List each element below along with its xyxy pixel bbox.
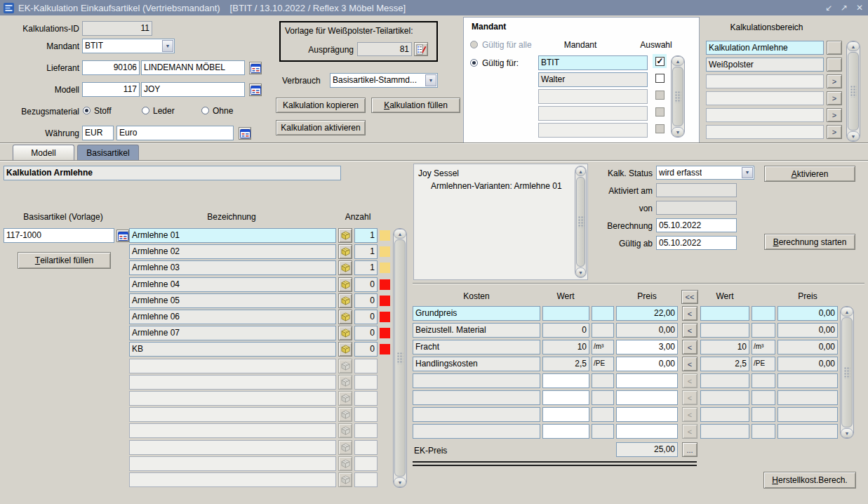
basisartikel-lookup-button[interactable] xyxy=(116,230,129,242)
transfer-row-button[interactable]: < xyxy=(682,306,697,321)
anzahl-field[interactable]: 1 xyxy=(354,244,378,259)
wert-unit-cell[interactable] xyxy=(592,306,614,321)
scroll-down-button[interactable]: ▼ xyxy=(841,428,853,438)
scroll-up-button[interactable]: ▲ xyxy=(575,166,586,176)
scroll-thumb[interactable] xyxy=(672,67,683,126)
wert2-unit-cell[interactable] xyxy=(752,390,775,405)
title-bar[interactable]: EK-Kalkulation Einkaufsartikel (Vertrieb… xyxy=(0,0,868,15)
modell-lookup-button[interactable] xyxy=(249,84,262,96)
wert2-cell[interactable] xyxy=(700,407,749,422)
kosten-cell[interactable]: Fracht xyxy=(413,340,540,354)
mandant-radio-fuer[interactable] xyxy=(470,59,478,67)
mandant-row-field[interactable]: BTIT xyxy=(538,55,648,70)
preis-cell[interactable] xyxy=(616,407,678,422)
wert-cell[interactable]: 2,5 xyxy=(542,357,589,371)
preis-cell[interactable]: 3,00 xyxy=(616,340,678,354)
kalkulationsbereich-row-field[interactable]: Weißpolster xyxy=(706,58,824,72)
wert-unit-cell[interactable] xyxy=(592,373,614,388)
teilartikel-package-button[interactable] xyxy=(338,310,352,324)
preis-cell[interactable]: 0,00 xyxy=(616,323,678,338)
wert2-cell[interactable] xyxy=(700,424,749,439)
transfer-row-button[interactable]: < xyxy=(682,340,697,354)
wert-cell[interactable] xyxy=(542,306,589,321)
bezeichnung-field[interactable]: KB xyxy=(129,342,336,357)
preis2-cell[interactable]: 0,00 xyxy=(777,306,838,321)
bezeichnung-field[interactable]: Armlehne 01 xyxy=(129,228,336,243)
scroll-thumb[interactable] xyxy=(841,317,853,427)
wert-unit-cell[interactable]: /PE xyxy=(592,357,614,371)
scroll-thumb[interactable] xyxy=(394,239,406,477)
lieferant-lookup-button[interactable] xyxy=(249,62,262,74)
wert2-cell[interactable] xyxy=(700,306,749,321)
wert2-unit-cell[interactable] xyxy=(752,424,775,439)
anzahl-field[interactable]: 1 xyxy=(354,260,378,275)
kalkulation-kopieren-button[interactable]: Kalkulation kopieren xyxy=(276,98,366,113)
close-icon[interactable]: ✕ xyxy=(855,3,864,13)
bezugsmaterial-radio-leder[interactable] xyxy=(142,107,149,114)
scroll-down-button[interactable]: ▼ xyxy=(672,127,684,137)
kalkulationsbereich-row-button[interactable]: > xyxy=(827,125,842,139)
chevron-down-icon[interactable]: ▼ xyxy=(425,74,436,86)
herstellkost-berech-button[interactable]: Herstellkost.Berech. xyxy=(763,472,856,489)
restore-icon[interactable]: ↗ xyxy=(839,3,849,13)
bezugsmaterial-radio-ohne[interactable] xyxy=(201,107,209,114)
modell-name-field[interactable]: JOY xyxy=(141,82,245,97)
anzahl-field[interactable]: 1 xyxy=(354,228,378,243)
kosten-cell[interactable]: Handlingskosten xyxy=(413,357,540,371)
gueltig-ab-field[interactable]: 05.10.2022 xyxy=(656,236,737,250)
wert-unit-cell[interactable] xyxy=(592,407,614,422)
wert2-unit-cell[interactable]: /m³ xyxy=(752,340,775,354)
bezugsmaterial-radio-stoff[interactable] xyxy=(83,107,91,114)
preis2-cell[interactable] xyxy=(777,424,838,439)
wert-cell[interactable]: 0 xyxy=(542,323,589,338)
auspraegung-edit-button[interactable] xyxy=(414,42,428,56)
chevron-down-icon[interactable]: ▼ xyxy=(162,40,173,52)
lieferant-name-field[interactable]: LINDEMANN MÖBEL xyxy=(141,60,245,75)
scrollbar[interactable]: ▲▼ xyxy=(846,41,860,142)
teilartikel-package-button[interactable] xyxy=(338,277,352,292)
anzahl-field[interactable]: 0 xyxy=(354,326,378,340)
teilartikel-fuellen-button[interactable]: Teilartikel füllen xyxy=(18,252,111,269)
scroll-thumb[interactable] xyxy=(576,177,585,267)
preis-cell[interactable] xyxy=(616,373,678,388)
verbrauch-select[interactable]: Basisartikel-Stammd...▼ xyxy=(330,73,438,88)
ek-preis-more-button[interactable]: ... xyxy=(682,442,697,457)
anzahl-field[interactable]: 0 xyxy=(354,277,378,292)
scrollbar[interactable]: ▲▼ xyxy=(671,55,685,138)
waehrung-lookup-button[interactable] xyxy=(239,127,251,140)
scroll-up-button[interactable]: ▲ xyxy=(672,56,684,66)
lieferant-number-field[interactable]: 90106 xyxy=(82,60,140,75)
minimize-icon[interactable]: ↙ xyxy=(824,3,834,13)
bezeichnung-field[interactable]: Armlehne 06 xyxy=(129,310,336,324)
wert2-unit-cell[interactable] xyxy=(752,323,775,338)
berechnung-starten-button[interactable]: Berechnung starten xyxy=(764,234,855,250)
wert-cell[interactable] xyxy=(542,407,589,422)
teilartikel-package-button[interactable] xyxy=(338,326,352,340)
preis2-cell[interactable]: 0,00 xyxy=(777,323,838,338)
scroll-down-button[interactable]: ▼ xyxy=(394,477,406,487)
transfer-all-button[interactable]: << xyxy=(681,290,698,304)
wert-cell[interactable] xyxy=(542,390,589,405)
preis-cell[interactable] xyxy=(616,424,678,439)
preis-cell[interactable]: 22,00 xyxy=(616,306,678,321)
scroll-down-button[interactable]: ▼ xyxy=(575,267,586,277)
anzahl-field[interactable]: 0 xyxy=(354,310,378,324)
kalkulation-fuellen-button[interactable]: Kalkulation füllen xyxy=(371,98,460,113)
berechnung-field[interactable]: 05.10.2022 xyxy=(656,218,737,232)
wert-unit-cell[interactable]: /m³ xyxy=(592,340,614,354)
mandant-select[interactable]: BTIT▼ xyxy=(82,39,175,53)
scroll-up-button[interactable]: ▲ xyxy=(847,41,860,51)
modell-number-field[interactable]: 117 xyxy=(82,82,140,97)
scroll-up-button[interactable]: ▲ xyxy=(394,229,406,239)
preis2-cell[interactable] xyxy=(777,373,838,388)
wert2-cell[interactable] xyxy=(700,390,749,405)
kalk-status-select[interactable]: wird erfasst▼ xyxy=(656,166,754,180)
preis2-cell[interactable]: 0,00 xyxy=(777,340,838,354)
wert2-unit-cell[interactable]: /PE xyxy=(752,357,775,371)
preis2-cell[interactable] xyxy=(777,407,838,422)
auswahl-checkbox[interactable] xyxy=(655,74,665,83)
wert-cell[interactable] xyxy=(542,373,589,388)
auswahl-checkbox[interactable]: ✓ xyxy=(655,57,665,66)
wert-unit-cell[interactable] xyxy=(592,323,614,338)
transfer-row-button[interactable]: < xyxy=(682,357,697,371)
